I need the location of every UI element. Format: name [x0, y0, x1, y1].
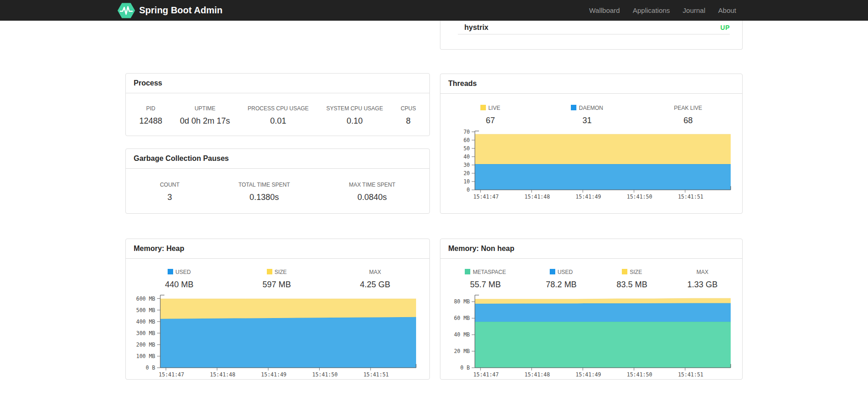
svg-text:15:41:49: 15:41:49 [575, 194, 601, 200]
memory-heap-legend: USED 440 MB SIZE 597 MB MAX 4.25 GB [126, 259, 429, 290]
svg-text:600 MB: 600 MB [136, 296, 155, 302]
size-swatch-icon [622, 269, 627, 274]
gc-card: Garbage Collection Pauses COUNT 3 TOTAL … [125, 148, 430, 214]
used-swatch-icon [550, 269, 555, 274]
nav-item-journal[interactable]: Journal [676, 0, 712, 21]
svg-text:15:41:47: 15:41:47 [473, 371, 499, 378]
nav-item-applications[interactable]: Applications [626, 0, 676, 21]
svg-text:0 B: 0 B [146, 364, 155, 371]
threads-card: Threads LIVE 67 DAEMON 31 PEAK LIVE 68 0… [440, 74, 743, 214]
legend-item-metaspace: METASPACE 55.7 MB [465, 269, 506, 290]
legend-item-max: MAX 1.33 GB [688, 269, 718, 290]
process-metrics: PID 12488 UPTIME 0d 0h 2m 17s PROCESS CP… [126, 93, 429, 136]
metric-pid: PID 12488 [139, 105, 162, 126]
svg-text:0 B: 0 B [460, 364, 470, 371]
svg-text:15:41:51: 15:41:51 [363, 371, 389, 378]
metric-system-cpu: SYSTEM CPU USAGE 0.10 [327, 105, 383, 126]
svg-text:15:41:51: 15:41:51 [678, 194, 703, 200]
brand-title: Spring Boot Admin [139, 5, 222, 16]
svg-text:40: 40 [463, 154, 470, 160]
pulse-logo-icon [118, 3, 135, 18]
legend-item-daemon: DAEMON 31 [571, 105, 603, 125]
threads-card-title: Threads [440, 74, 742, 94]
memory-nonheap-card-title: Memory: Non heap [440, 239, 742, 259]
used-swatch-icon [168, 269, 173, 274]
memory-heap-card-title: Memory: Heap [126, 239, 429, 259]
health-indicator-name: hystrix [458, 23, 488, 32]
svg-text:15:41:51: 15:41:51 [678, 371, 703, 378]
svg-text:70: 70 [463, 129, 470, 135]
svg-text:15:41:47: 15:41:47 [159, 371, 184, 378]
nav-menu: Wallboard Applications Journal About [583, 0, 743, 21]
svg-text:300 MB: 300 MB [136, 330, 155, 336]
svg-text:15:41:49: 15:41:49 [261, 371, 286, 378]
process-card-title: Process [126, 74, 429, 93]
legend-item-size: SIZE 83.5 MB [617, 269, 648, 290]
svg-text:500 MB: 500 MB [136, 307, 155, 313]
legend-item-size: SIZE 597 MB [262, 269, 291, 290]
legend-item-used: USED 440 MB [165, 269, 193, 290]
metric-uptime: UPTIME 0d 0h 2m 17s [180, 105, 230, 126]
brand-link[interactable]: Spring Boot Admin [118, 3, 222, 18]
svg-text:15:41:48: 15:41:48 [524, 194, 550, 200]
svg-text:30: 30 [463, 162, 470, 168]
gc-card-title: Garbage Collection Pauses [126, 149, 429, 169]
live-swatch-icon [480, 105, 486, 110]
svg-text:60: 60 [463, 137, 470, 143]
daemon-swatch-icon [571, 105, 576, 110]
size-swatch-icon [267, 269, 272, 274]
metric-gc-count: COUNT 3 [160, 182, 180, 202]
nav-item-wallboard[interactable]: Wallboard [583, 0, 626, 21]
svg-text:15:41:49: 15:41:49 [575, 371, 601, 378]
threads-chart: 01020304050607015:41:4715:41:4815:41:491… [440, 126, 734, 205]
memory-heap-chart: 0 B100 MB200 MB300 MB400 MB500 MB600 MB1… [126, 290, 420, 380]
process-card: Process PID 12488 UPTIME 0d 0h 2m 17s PR… [125, 73, 430, 136]
svg-text:15:41:48: 15:41:48 [524, 371, 550, 378]
threads-legend: LIVE 67 DAEMON 31 PEAK LIVE 68 [440, 94, 742, 125]
metric-gc-max-time: MAX TIME SPENT 0.0840s [349, 182, 395, 202]
memory-heap-card: Memory: Heap USED 440 MB SIZE 597 MB MAX… [125, 239, 430, 380]
svg-text:15:41:48: 15:41:48 [210, 371, 235, 378]
metric-cpus: CPUS 8 [400, 105, 416, 126]
svg-text:20 MB: 20 MB [454, 348, 470, 354]
gc-metrics: COUNT 3 TOTAL TIME SPENT 0.1380s MAX TIM… [126, 169, 429, 213]
svg-text:400 MB: 400 MB [136, 319, 155, 325]
svg-text:40 MB: 40 MB [454, 331, 470, 338]
svg-text:15:41:47: 15:41:47 [473, 194, 499, 200]
svg-text:15:41:50: 15:41:50 [312, 371, 338, 378]
svg-text:15:41:50: 15:41:50 [627, 371, 652, 378]
svg-text:20: 20 [463, 170, 470, 177]
health-row-hystrix: hystrix UP [458, 21, 730, 34]
metaspace-swatch-icon [465, 269, 470, 274]
legend-item-used: USED 78.2 MB [546, 269, 577, 290]
metric-gc-total-time: TOTAL TIME SPENT 0.1380s [238, 182, 290, 202]
memory-nonheap-chart: 0 B20 MB40 MB60 MB80 MB15:41:4715:41:481… [440, 290, 734, 380]
legend-item-live: LIVE 67 [480, 105, 500, 125]
svg-text:80 MB: 80 MB [454, 298, 470, 305]
svg-text:200 MB: 200 MB [136, 342, 155, 348]
svg-text:10: 10 [463, 178, 470, 185]
svg-text:0: 0 [467, 187, 470, 193]
legend-item-max: MAX 4.25 GB [360, 269, 390, 290]
legend-item-peak-live: PEAK LIVE 68 [674, 105, 702, 125]
navbar: Spring Boot Admin Wallboard Applications… [0, 0, 868, 21]
svg-text:100 MB: 100 MB [136, 353, 155, 359]
svg-text:60 MB: 60 MB [454, 315, 470, 321]
svg-text:50: 50 [463, 145, 470, 152]
status-badge: UP [721, 24, 730, 31]
memory-nonheap-card: Memory: Non heap METASPACE 55.7 MB USED … [440, 239, 743, 380]
svg-text:15:41:50: 15:41:50 [627, 194, 652, 200]
nav-item-about[interactable]: About [712, 0, 743, 21]
metric-process-cpu: PROCESS CPU USAGE 0.01 [248, 105, 309, 126]
health-card: hystrix UP [440, 21, 743, 50]
memory-nonheap-legend: METASPACE 55.7 MB USED 78.2 MB SIZE 83.5… [440, 259, 742, 290]
main-content: Process PID 12488 UPTIME 0d 0h 2m 17s PR… [125, 0, 743, 380]
